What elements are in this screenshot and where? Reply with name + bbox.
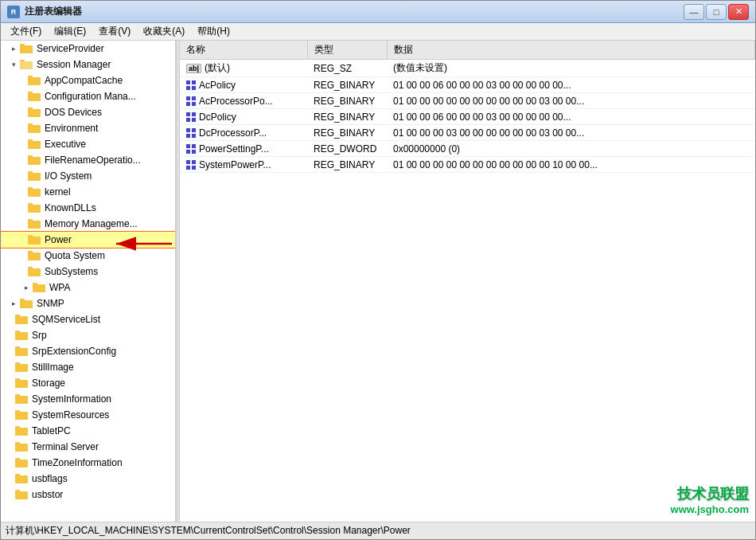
values-panel[interactable]: 名称 类型 数据 ab|(默认)REG_SZ(数值未设置)AcPolicyREG… (180, 41, 755, 522)
tree-item-systeminformation[interactable]: SystemInformation (1, 391, 175, 407)
expand-icon-appcompatcache[interactable] (20, 74, 28, 87)
tree-item-tabletpc[interactable]: TabletPC (1, 423, 175, 439)
svg-rect-1 (20, 45, 33, 53)
tree-item-snmp[interactable]: ▸SNMP (1, 295, 175, 311)
expand-icon-knowndlls[interactable] (20, 202, 28, 214)
value-data: 01 00 00 00 00 00 00 00 00 00 00 03 00 0… (387, 93, 755, 109)
svg-rect-51 (15, 444, 28, 452)
value-name-cell: ab|(默认) (180, 60, 307, 77)
svg-rect-41 (15, 364, 28, 372)
tree-item-memorymanagement[interactable]: Memory Manageme... (1, 216, 175, 232)
expand-icon-serviceprovider[interactable]: ▸ (7, 42, 20, 55)
tree-item-systemresources[interactable]: SystemResources (1, 407, 175, 423)
tree-item-sessionmanager[interactable]: ▾Session Manager (1, 57, 175, 72)
folder-icon-sessionmanager (20, 58, 34, 71)
expand-icon-storage[interactable] (7, 377, 15, 389)
registry-tree[interactable]: ▸ServiceProvider▾Session ManagerAppCompa… (1, 41, 176, 522)
expand-icon-iosystem[interactable] (20, 170, 28, 182)
expand-icon-usbstor[interactable] (7, 488, 15, 501)
expand-icon-sqmservicelist[interactable] (7, 313, 15, 326)
expand-icon-configmanager[interactable] (20, 90, 28, 103)
table-row[interactable]: SystemPowerP...REG_BINARY01 00 00 00 00 … (180, 157, 755, 173)
table-row[interactable]: PowerSettingP...REG_DWORD0x00000000 (0) (180, 141, 755, 157)
expand-icon-srp[interactable] (7, 329, 15, 342)
menu-item-查看(V)[interactable]: 查看(V) (92, 23, 137, 40)
value-data: 01 00 00 00 03 00 00 00 00 00 00 03 00 0… (387, 125, 755, 141)
minimize-button[interactable]: — (684, 4, 704, 20)
tree-item-configmanager[interactable]: Configuration Mana... (1, 88, 175, 104)
tree-item-serviceprovider[interactable]: ▸ServiceProvider (1, 41, 175, 57)
tree-item-power[interactable]: Power (1, 232, 175, 248)
expand-icon-quotasystem[interactable] (20, 249, 28, 262)
tree-item-kernel[interactable]: kernel (1, 184, 175, 200)
table-row[interactable]: DcPolicyREG_BINARY01 00 00 06 00 00 00 0… (180, 109, 755, 125)
tree-item-srpextensionconfig[interactable]: SrpExtensionConfig (1, 343, 175, 359)
tree-item-knowndlls[interactable]: KnownDLLs (1, 200, 175, 216)
expand-icon-stillimage[interactable] (7, 361, 15, 374)
tree-item-usbflags[interactable]: usbflags (1, 471, 175, 487)
folder-icon-snmp (20, 297, 34, 310)
value-type: REG_BINARY (307, 93, 387, 109)
status-bar: 计算机\HKEY_LOCAL_MACHINE\SYSTEM\CurrentCon… (1, 522, 755, 539)
expand-icon-dosdevices[interactable] (20, 106, 28, 119)
tree-item-quotasystem[interactable]: Quota System (1, 248, 175, 264)
value-data: 01 00 00 06 00 00 00 03 00 00 00 00 00..… (387, 77, 755, 93)
folder-icon-stillimage (15, 361, 29, 374)
menu-item-帮助(H)[interactable]: 帮助(H) (191, 23, 236, 40)
expand-icon-filerenameoperation[interactable] (20, 154, 28, 166)
expand-icon-usbflags[interactable] (7, 472, 15, 485)
tree-item-filerenameoperation[interactable]: FileRenameOperatio... (1, 152, 175, 168)
expand-icon-srpextensionconfig[interactable] (7, 345, 15, 358)
menu-item-收藏夹(A)[interactable]: 收藏夹(A) (137, 23, 191, 40)
tree-item-stillimage[interactable]: StillImage (1, 359, 175, 375)
tree-item-wpa[interactable]: ▸WPA (1, 280, 175, 295)
tree-item-iosystem[interactable]: I/O System (1, 168, 175, 184)
svg-rect-11 (28, 125, 41, 133)
expand-icon-memorymanagement[interactable] (20, 217, 28, 230)
expand-icon-executive[interactable] (20, 138, 28, 151)
table-row[interactable]: AcProcessorPo...REG_BINARY01 00 00 00 00… (180, 93, 755, 109)
table-row[interactable]: ab|(默认)REG_SZ(数值未设置) (180, 60, 755, 77)
table-row[interactable]: AcPolicyREG_BINARY01 00 00 06 00 00 00 0… (180, 77, 755, 93)
table-row[interactable]: DcProcessorP...REG_BINARY01 00 00 00 03 … (180, 125, 755, 141)
close-button[interactable]: ✕ (728, 4, 749, 20)
maximize-button[interactable]: □ (706, 4, 727, 20)
expand-icon-systemresources[interactable] (7, 409, 15, 421)
svg-rect-17 (28, 173, 41, 181)
tree-label-dosdevices: DOS Devices (45, 107, 102, 118)
tree-item-appcompatcache[interactable]: AppCompatCache (1, 72, 175, 88)
tree-item-terminalserver[interactable]: Terminal Server (1, 439, 175, 455)
expand-icon-timezoneinformation[interactable] (7, 456, 15, 469)
expand-icon-tabletpc[interactable] (7, 425, 15, 437)
tree-item-environment[interactable]: Environment (1, 120, 175, 136)
expand-icon-power[interactable] (20, 233, 28, 246)
expand-icon-terminalserver[interactable] (7, 440, 15, 453)
menu-item-编辑(E)[interactable]: 编辑(E) (48, 23, 92, 40)
title-bar: R 注册表编辑器 — □ ✕ (1, 1, 755, 23)
tree-item-timezoneinformation[interactable]: TimeZoneInformation (1, 455, 175, 471)
window-controls: — □ ✕ (684, 4, 749, 20)
expand-icon-wpa[interactable]: ▸ (20, 281, 33, 294)
tree-item-dosdevices[interactable]: DOS Devices (1, 104, 175, 120)
value-data: 01 00 00 00 00 00 00 00 00 00 00 00 10 0… (387, 157, 755, 173)
tree-item-usbstor[interactable]: usbstor (1, 487, 175, 503)
tree-item-srp[interactable]: Srp (1, 327, 175, 343)
tree-item-subsystems[interactable]: SubSystems (1, 264, 175, 280)
menu-item-文件(F)[interactable]: 文件(F) (4, 23, 48, 40)
expand-icon-subsystems[interactable] (20, 265, 28, 278)
expand-icon-snmp[interactable]: ▸ (7, 297, 20, 310)
svg-rect-39 (15, 348, 28, 356)
expand-icon-systeminformation[interactable] (7, 393, 15, 405)
expand-icon-sessionmanager[interactable]: ▾ (7, 58, 20, 71)
folder-icon-usbstor (15, 488, 29, 501)
svg-rect-33 (20, 300, 33, 308)
tree-item-sqmservicelist[interactable]: SQMServiceList (1, 311, 175, 327)
value-type: REG_DWORD (307, 141, 387, 157)
svg-rect-45 (15, 396, 28, 404)
tree-item-storage[interactable]: Storage (1, 375, 175, 391)
folder-icon-usbflags (15, 472, 29, 485)
tree-label-configmanager: Configuration Mana... (45, 91, 136, 102)
tree-item-executive[interactable]: Executive (1, 136, 175, 152)
expand-icon-kernel[interactable] (20, 186, 28, 198)
expand-icon-environment[interactable] (20, 122, 28, 135)
